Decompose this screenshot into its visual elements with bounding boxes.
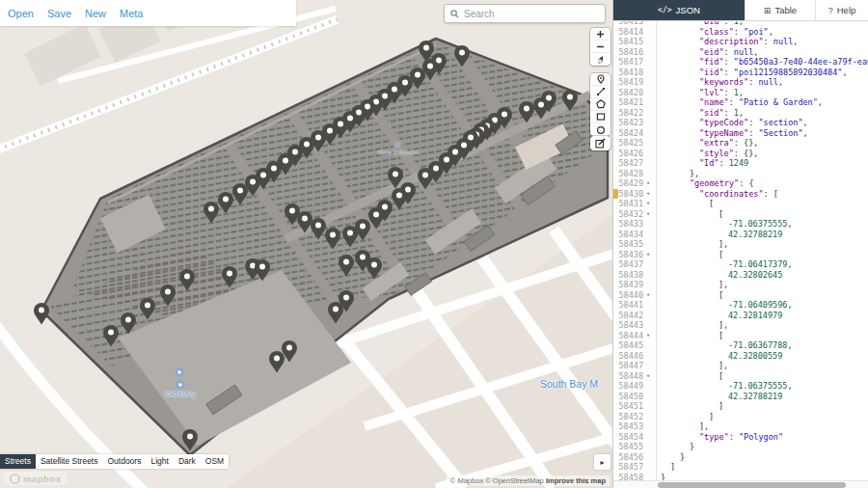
draw-line-button[interactable] <box>590 86 610 98</box>
code-line[interactable]: 58427"Id": 1249 <box>613 158 868 169</box>
basemap-switcher: Streets Satellite Streets Outdoors Light… <box>0 454 229 469</box>
code-line[interactable]: 58443], <box>613 320 868 331</box>
code-line[interactable]: 58456} <box>613 452 868 463</box>
code-line[interactable]: 58414"class": "poi", <box>613 27 868 38</box>
map-pin[interactable] <box>34 303 49 325</box>
mapbox-logo[interactable]: mapbox <box>3 472 68 485</box>
tab-json[interactable]: </> JSON <box>613 0 746 20</box>
layer-dark[interactable]: Dark <box>174 454 201 469</box>
code-line[interactable]: 58416"eid": null, <box>613 47 868 58</box>
code-line[interactable]: 58420"lvl": 1, <box>613 88 868 98</box>
map-canvas[interactable]: Old Navy South Bay M Patio & Garden Open… <box>0 0 612 488</box>
compass-button[interactable] <box>590 53 610 66</box>
draw-rectangle-button[interactable] <box>590 111 610 123</box>
mapbox-logo-icon <box>10 474 20 484</box>
mapbox-wordmark: mapbox <box>23 474 61 484</box>
code-line[interactable]: 5844642.32800559 <box>613 351 868 362</box>
code-line[interactable]: 58433-71.06375555, <box>613 219 868 230</box>
panel-tabs: </> JSON ⊞ Table ? Help <box>613 0 868 21</box>
code-line[interactable]: 58430▾"coordinates": [ <box>613 189 868 200</box>
search-box <box>444 4 606 23</box>
edit-features-button[interactable] <box>590 136 610 150</box>
code-line[interactable]: 58415"description": null, <box>613 37 868 47</box>
code-line[interactable]: 58454"type": "Polygon" <box>613 432 868 443</box>
code-line[interactable]: 58423"typeCode": "section", <box>613 118 868 128</box>
attrib-improve-link[interactable]: Improve this map <box>546 476 606 485</box>
menu-open[interactable]: Open <box>8 8 34 19</box>
code-line[interactable]: 58435], <box>613 239 868 250</box>
editor-hscrollbar[interactable] <box>613 480 868 488</box>
code-line[interactable]: 58419"keywords": null, <box>613 77 868 88</box>
code-line[interactable]: 58451] <box>613 401 868 412</box>
layer-satellite-streets[interactable]: Satellite Streets <box>36 454 103 469</box>
layer-outdoors[interactable]: Outdoors <box>102 454 146 469</box>
code-line[interactable]: 58431▾[ <box>613 199 868 209</box>
geojson-editor-app: Old Navy South Bay M Patio & Garden Open… <box>0 0 868 488</box>
editor-hscroll-thumb[interactable] <box>658 482 846 488</box>
help-icon: ? <box>828 6 833 15</box>
attrib-osm-link[interactable]: © OpenStreetMap <box>485 476 544 485</box>
draw-circle-button[interactable] <box>590 123 610 136</box>
search-icon <box>450 10 459 18</box>
menu-save[interactable]: Save <box>47 8 71 19</box>
code-line[interactable]: 58455} <box>613 442 868 452</box>
attrib-mapbox-link[interactable]: © Mapbox <box>450 476 483 485</box>
code-line[interactable]: 58426"style": {}, <box>613 149 868 159</box>
code-line[interactable]: 58429▾"geometry": { <box>613 178 868 189</box>
draw-polygon-button[interactable] <box>590 98 610 111</box>
code-line[interactable]: 58418"iid": "poi12159885892030484", <box>613 68 868 78</box>
edit-tool-group <box>590 136 610 150</box>
map-render <box>0 0 612 488</box>
side-panel: </> JSON ⊞ Table ? Help 58413"bid": 1,58… <box>612 0 868 488</box>
code-line[interactable]: 5843842.32802645 <box>613 270 868 281</box>
code-line[interactable]: 58436▾[ <box>613 250 868 260</box>
code-line[interactable]: 58441-71.06409596, <box>613 300 868 311</box>
code-line[interactable]: 5844242.32814979 <box>613 311 868 321</box>
code-line[interactable]: 58444▾[ <box>613 331 868 341</box>
json-editor-lines: 58413"bid": 1,58414"class": "poi",58415"… <box>613 21 868 482</box>
code-line[interactable]: 58449-71.06375555, <box>613 381 868 392</box>
code-line[interactable]: 58447], <box>613 361 868 371</box>
code-line[interactable]: 58453], <box>613 421 868 432</box>
map-attribution: © Mapbox © OpenStreetMap Improve this ma… <box>447 475 610 486</box>
tab-help[interactable]: ? Help <box>816 0 868 20</box>
code-line[interactable]: 58425"extra": {}, <box>613 138 868 149</box>
code-line[interactable]: 58422"sid": 1, <box>613 108 868 119</box>
zoom-controls <box>590 28 610 66</box>
code-line[interactable]: 58424"typeName": "Section", <box>613 128 868 139</box>
code-line[interactable]: 5843442.32788219 <box>613 230 868 240</box>
code-line[interactable]: 58437-71.06417379, <box>613 259 868 270</box>
draw-marker-button[interactable] <box>590 73 610 86</box>
zoom-out-button[interactable] <box>590 41 610 53</box>
tab-table[interactable]: ⊞ Table <box>746 0 816 20</box>
draw-tools <box>590 73 610 136</box>
code-line[interactable]: 58440▾[ <box>613 290 868 301</box>
layer-light[interactable]: Light <box>146 454 173 469</box>
code-line[interactable]: 58428}, <box>613 169 868 179</box>
zoom-in-button[interactable] <box>590 28 610 41</box>
menu-meta[interactable]: Meta <box>120 8 143 19</box>
layer-streets[interactable]: Streets <box>0 454 36 469</box>
json-editor[interactable]: 58413"bid": 1,58414"class": "poi",58415"… <box>613 21 868 488</box>
code-line[interactable]: 58417"fid": "b65450a3-7e40-44ee-a79f-ea6… <box>613 57 868 68</box>
search-input[interactable] <box>464 9 599 19</box>
layer-osm[interactable]: OSM <box>201 454 229 469</box>
panel-collapse-button[interactable]: ▸ <box>594 454 610 470</box>
code-icon: </> <box>658 6 671 14</box>
code-line[interactable]: 58439], <box>613 280 868 290</box>
code-line[interactable]: 58445-71.06367788, <box>613 340 868 351</box>
code-line[interactable]: 58457] <box>613 462 868 473</box>
code-line[interactable]: 58452] <box>613 412 868 422</box>
code-line[interactable]: 58421"name": "Patio & Garden", <box>613 97 868 108</box>
table-icon: ⊞ <box>764 6 772 15</box>
menu-new[interactable]: New <box>85 8 106 19</box>
code-line[interactable]: 58448▾[ <box>613 371 868 382</box>
menu-bar: Open Save New Meta <box>0 0 296 26</box>
code-line[interactable]: 5845042.32788219 <box>613 392 868 402</box>
code-line[interactable]: 58432▾[ <box>613 209 868 220</box>
